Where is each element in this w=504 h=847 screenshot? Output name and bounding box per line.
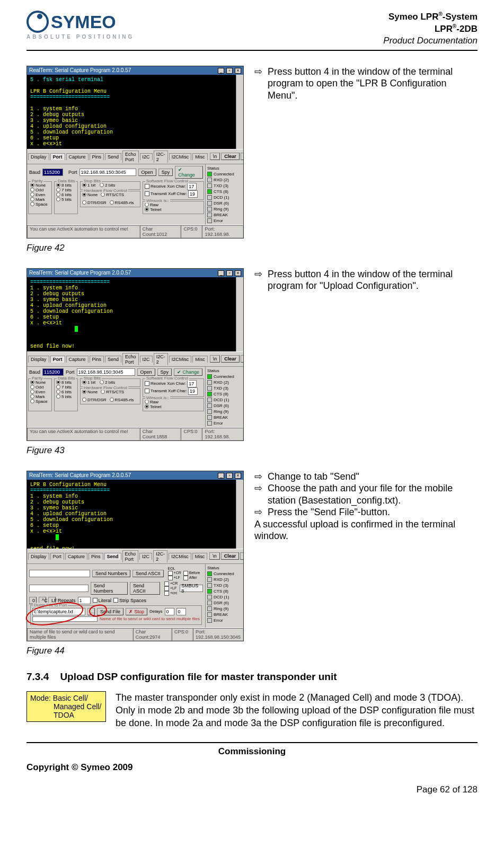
- stopbits-2-radio[interactable]: [100, 183, 104, 187]
- minimize-icon[interactable]: _: [218, 68, 224, 74]
- tab-capture[interactable]: Capture: [66, 356, 89, 363]
- tab-i2c[interactable]: I2C: [140, 153, 153, 160]
- tab-echo-port[interactable]: Echo Port: [122, 550, 139, 562]
- repeats-field[interactable]: 1: [78, 597, 91, 604]
- parity-even-radio[interactable]: [30, 192, 34, 197]
- delay-1-field[interactable]: 0: [165, 608, 174, 615]
- parity-space-radio[interactable]: [30, 202, 34, 206]
- parity-mark-radio[interactable]: [30, 197, 34, 201]
- parity-none-radio[interactable]: [30, 183, 34, 187]
- databits-5-radio[interactable]: [56, 197, 60, 201]
- tab-i2cmisc[interactable]: I2CMisc: [169, 153, 192, 160]
- freeze-button[interactable]: Freeze: [241, 355, 243, 363]
- newline-button[interactable]: \n: [209, 552, 220, 560]
- change-button[interactable]: ✔ Change: [175, 166, 203, 179]
- statusbar-cps: CPS:0: [181, 225, 202, 238]
- send-ascii-button[interactable]: Send ASCII: [130, 582, 160, 595]
- hwflow-rtscts-radio[interactable]: [101, 192, 105, 197]
- newline-button[interactable]: \n: [210, 153, 220, 160]
- stopbits-1-radio[interactable]: [82, 183, 86, 187]
- parity-odd-radio[interactable]: [30, 188, 34, 192]
- maximize-icon[interactable]: ▫: [226, 473, 233, 479]
- change-button[interactable]: ✔ Change: [174, 368, 202, 376]
- tab-misc[interactable]: Misc: [192, 356, 208, 363]
- send-input-1[interactable]: [29, 570, 90, 577]
- tab-display[interactable]: Display: [28, 553, 49, 560]
- hwflow-none-radio[interactable]: [82, 192, 86, 197]
- minimize-icon[interactable]: _: [218, 473, 224, 479]
- open-button[interactable]: Open: [138, 169, 156, 176]
- tab-port[interactable]: Port: [50, 553, 65, 560]
- newline-button[interactable]: \n: [210, 355, 220, 363]
- tab-display[interactable]: Display: [28, 153, 49, 160]
- winsock-telnet-radio[interactable]: [145, 207, 149, 211]
- smbus-select[interactable]: SMBUS 8: [180, 585, 203, 592]
- scrollbar[interactable]: [236, 75, 243, 149]
- tab-i2c-2[interactable]: I2C-2: [153, 550, 167, 562]
- tab-i2c[interactable]: I2C: [139, 553, 152, 560]
- tab-port[interactable]: Port: [50, 153, 65, 160]
- tab-display[interactable]: Display: [28, 356, 49, 363]
- tab-misc[interactable]: Misc: [192, 553, 208, 560]
- maximize-icon[interactable]: ▫: [226, 68, 233, 74]
- spy-button[interactable]: Spy: [157, 368, 172, 376]
- led-icon: [207, 571, 212, 576]
- hwflow-dtrdsr-radio[interactable]: [82, 200, 86, 205]
- freeze-button[interactable]: Freeze: [240, 552, 243, 560]
- spy-button[interactable]: Spy: [158, 169, 173, 176]
- swflow-tx-check[interactable]: [145, 191, 149, 196]
- send-numbers-button[interactable]: Send Numbers: [92, 570, 130, 577]
- hwflow-rs485-radio[interactable]: [110, 200, 114, 205]
- title-line2b: -2DB: [456, 23, 478, 33]
- tab-send[interactable]: Send: [104, 553, 121, 560]
- databits-7-radio[interactable]: [56, 188, 60, 192]
- tab-echo-port[interactable]: Echo Port: [122, 353, 139, 365]
- winsock-raw-radio[interactable]: [145, 202, 149, 207]
- close-icon[interactable]: ×: [235, 68, 241, 74]
- tab-misc[interactable]: Misc: [192, 153, 208, 160]
- stop-button[interactable]: ✗ Stop: [126, 608, 147, 615]
- databits-8-radio[interactable]: [56, 183, 60, 187]
- tab-send[interactable]: Send: [105, 153, 121, 160]
- freeze-button[interactable]: Freeze: [241, 153, 243, 160]
- baud-select[interactable]: 115200: [42, 368, 64, 376]
- clear-button[interactable]: Clear: [221, 552, 240, 560]
- minimize-icon[interactable]: _: [218, 270, 224, 276]
- tab-i2cmisc[interactable]: I2CMisc: [169, 553, 191, 560]
- instruction-text: Change to tab "Send": [268, 471, 359, 483]
- tab-echo-port[interactable]: Echo Port: [122, 151, 139, 163]
- swflow-rx-check[interactable]: [145, 184, 149, 189]
- tab-send[interactable]: Send: [105, 356, 121, 363]
- tab-pins[interactable]: Pins: [90, 153, 104, 160]
- port-select[interactable]: 192.168.98.150:3045: [77, 368, 135, 376]
- tab-pins[interactable]: Pins: [90, 356, 104, 363]
- tab-capture[interactable]: Capture: [66, 153, 89, 160]
- maximize-icon[interactable]: ▫: [226, 270, 233, 276]
- scrollbar[interactable]: [236, 480, 243, 549]
- open-button[interactable]: Open: [137, 368, 155, 376]
- close-icon[interactable]: ×: [235, 473, 241, 479]
- send-ascii-button[interactable]: Send ASCII: [132, 570, 164, 577]
- tab-pins[interactable]: Pins: [89, 553, 103, 560]
- send-numbers-button[interactable]: Send Numbers: [91, 582, 128, 595]
- figure-43-caption: Figure 43: [26, 445, 478, 456]
- tab-i2c-2[interactable]: I2C-2: [154, 353, 168, 365]
- xoff-char-field[interactable]: 19: [188, 190, 198, 198]
- close-icon[interactable]: ×: [235, 270, 241, 276]
- tab-i2c-2[interactable]: I2C-2: [154, 151, 168, 163]
- tab-capture[interactable]: Capture: [65, 553, 87, 560]
- title-line1b: -System: [443, 12, 478, 22]
- delay-2-field[interactable]: 0: [176, 608, 186, 615]
- databits-6-radio[interactable]: [56, 192, 60, 197]
- statusbar: You can use ActiveX automation to contro…: [27, 225, 243, 238]
- tab-port[interactable]: Port: [50, 356, 65, 363]
- baud-select[interactable]: 115200: [42, 169, 63, 176]
- send-input-2[interactable]: [29, 585, 89, 592]
- scrollbar[interactable]: [236, 277, 243, 351]
- xon-char-field[interactable]: 17: [187, 183, 197, 190]
- port-select[interactable]: 192.168.98.150:3045: [79, 169, 136, 176]
- clear-button[interactable]: Clear: [221, 355, 240, 363]
- tab-i2c[interactable]: I2C: [140, 356, 153, 363]
- tab-i2cmisc[interactable]: I2CMisc: [169, 356, 192, 363]
- clear-button[interactable]: Clear: [221, 153, 240, 160]
